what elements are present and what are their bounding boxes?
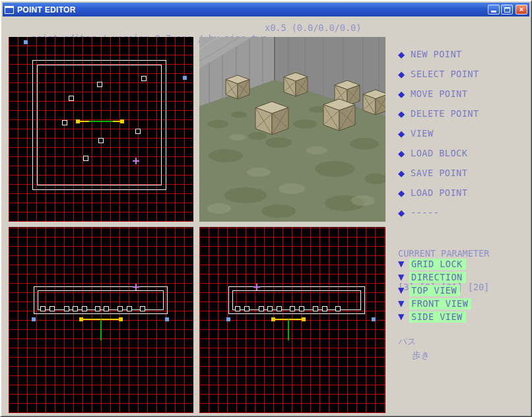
- toggle-label: TOP VIEW: [409, 285, 460, 296]
- menu-item-label: SELECT POINT: [411, 69, 479, 79]
- 3d-view-canvas: [199, 37, 385, 222]
- toggle-side-view[interactable]: ▼SIDE VIEW: [398, 310, 471, 323]
- menu-item-new-point[interactable]: ◆NEW POINT: [398, 44, 479, 64]
- diamond-icon: ◆: [398, 129, 411, 139]
- diamond-icon: ◆: [398, 208, 411, 218]
- walk-label: 歩き: [398, 348, 430, 362]
- menu-item-label: VIEW: [411, 128, 434, 139]
- menu-item-label: MOVE POINT: [411, 88, 467, 99]
- diamond-icon: ◆: [398, 49, 411, 59]
- 3d-view-panel[interactable]: [199, 37, 385, 222]
- menu: ◆NEW POINT◆SELECT POINT◆MOVE POINT◆DELET…: [398, 44, 479, 222]
- menu-item-move-point[interactable]: ◆MOVE POINT: [398, 84, 479, 104]
- triangle-down-icon: ▼: [398, 312, 409, 321]
- menu-item-label: NEW POINT: [411, 49, 462, 59]
- menu-item-select-point[interactable]: ◆SELECT POINT: [398, 64, 479, 84]
- triangle-down-icon: ▼: [398, 299, 409, 308]
- menu-item-label: -----: [411, 207, 439, 218]
- menu-item-load-point[interactable]: ◆LOAD POINT: [398, 183, 479, 203]
- diamond-icon: ◆: [398, 148, 411, 158]
- menu-item-label: LOAD POINT: [411, 187, 467, 198]
- path-label: パス: [398, 335, 430, 348]
- maximize-icon: [504, 7, 510, 13]
- side-view-canvas: [199, 227, 385, 413]
- diamond-icon: ◆: [398, 188, 411, 198]
- menu-item-label: DELETE POINT: [411, 108, 479, 119]
- camera-status-text: x0.5 (0.0/0.0/0.0): [265, 22, 361, 33]
- toggle-label: FRONT VIEW: [409, 298, 471, 309]
- close-button[interactable]: ×: [515, 5, 527, 15]
- toggle-label: SIDE VIEW: [409, 311, 466, 323]
- top-view-canvas: [9, 37, 193, 222]
- point-editor-window: POINT EDITOR × point editor / version 0.…: [0, 0, 532, 417]
- toggle-grid-lock[interactable]: ▼GRID LOCK: [398, 257, 471, 271]
- toggle-label: GRID LOCK: [409, 259, 466, 270]
- toggle-top-view[interactable]: ▼TOP VIEW: [398, 284, 471, 297]
- menu-item-separator[interactable]: ◆-----: [398, 203, 479, 222]
- menu-item-label: LOAD BLOCK: [411, 148, 467, 158]
- toggle-label: DIRECTION: [409, 272, 466, 283]
- path-info: パス 歩き: [398, 335, 430, 362]
- menu-item-label: SAVE POINT: [411, 168, 467, 178]
- diamond-icon: ◆: [398, 109, 411, 119]
- top-view-panel[interactable]: [9, 37, 193, 222]
- triangle-down-icon: ▼: [398, 273, 409, 282]
- front-view-canvas: [9, 227, 193, 413]
- front-view-panel[interactable]: [9, 227, 193, 413]
- toggle-front-view[interactable]: ▼FRONT VIEW: [398, 297, 471, 310]
- diamond-icon: ◆: [398, 69, 411, 79]
- diamond-icon: ◆: [398, 89, 411, 99]
- toggle-list: ▼GRID LOCK▼DIRECTION▼TOP VIEW▼FRONT VIEW…: [398, 257, 471, 323]
- diamond-icon: ◆: [398, 168, 411, 178]
- triangle-down-icon: ▼: [398, 286, 409, 295]
- window-icon: [5, 6, 14, 14]
- maximize-button[interactable]: [501, 5, 513, 15]
- toggle-direction[interactable]: ▼DIRECTION: [398, 271, 471, 284]
- menu-item-view[interactable]: ◆VIEW: [398, 123, 479, 143]
- menu-item-delete-point[interactable]: ◆DELETE POINT: [398, 104, 479, 123]
- triangle-down-icon: ▼: [398, 259, 409, 269]
- menu-item-save-point[interactable]: ◆SAVE POINT: [398, 163, 479, 183]
- minimize-icon: [491, 11, 496, 13]
- side-view-panel[interactable]: [199, 227, 385, 413]
- menu-item-load-block[interactable]: ◆LOAD BLOCK: [398, 143, 479, 163]
- window-title: POINT EDITOR: [17, 5, 488, 15]
- minimize-button[interactable]: [488, 5, 500, 15]
- titlebar[interactable]: POINT EDITOR ×: [3, 3, 529, 16]
- window-controls: ×: [488, 5, 527, 15]
